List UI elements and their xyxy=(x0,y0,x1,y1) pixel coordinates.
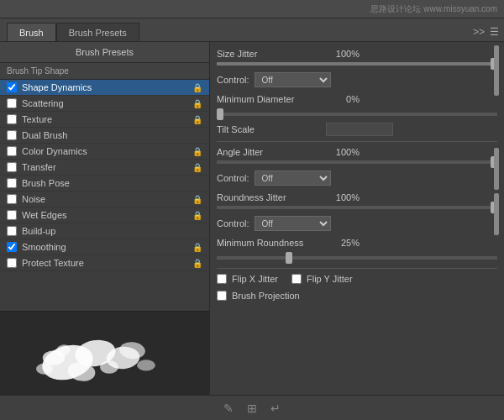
size-jitter-slider[interactable] xyxy=(217,62,497,66)
brush-preview-svg xyxy=(0,312,209,395)
left-panel: Brush Presets Brush Tip Shape Shape Dyna… xyxy=(0,42,210,395)
tab-icons: >> ☰ xyxy=(473,26,504,41)
min-roundness-row: Minimum Roundness 25% xyxy=(217,238,497,248)
brush-item-smoothing[interactable]: Smoothing 🔒 xyxy=(0,239,209,255)
transfer-checkbox[interactable] xyxy=(7,162,17,172)
build-up-label: Build-up xyxy=(22,226,202,236)
scattering-checkbox[interactable] xyxy=(7,98,17,108)
tilt-scale-label: Tilt Scale xyxy=(217,124,326,134)
texture-checkbox[interactable] xyxy=(7,114,17,124)
flip-y-checkbox[interactable] xyxy=(291,274,302,284)
bottom-bar: ✎ ⊞ ↵ xyxy=(0,395,504,420)
flip-x-checkbox[interactable] xyxy=(217,274,227,284)
control-row-2: Control: Off Fade Pen Pressure Pen Tilt … xyxy=(217,169,497,187)
svg-point-6 xyxy=(100,360,118,373)
noise-lock: 🔒 xyxy=(192,195,202,204)
flip-y-row: Flip Y Jitter xyxy=(291,274,353,284)
min-diameter-label: Minimum Diameter xyxy=(217,94,326,104)
wet-edges-lock: 🔒 xyxy=(192,211,202,220)
brush-preview xyxy=(0,311,209,395)
min-diameter-slider[interactable] xyxy=(217,113,497,116)
flip-x-label: Flip X Jitter xyxy=(232,274,278,284)
tab-bar: Brush Brush Presets >> ☰ xyxy=(0,18,504,42)
brush-presets-header: Brush Presets xyxy=(0,42,209,63)
flip-y-label: Flip Y Jitter xyxy=(307,274,353,284)
tab-brush[interactable]: Brush xyxy=(7,23,56,41)
wet-edges-label: Wet Edges xyxy=(22,210,189,220)
tilt-scale-row: Tilt Scale xyxy=(217,123,497,136)
brush-item-protect-texture[interactable]: Protect Texture 🔒 xyxy=(0,255,209,271)
svg-point-10 xyxy=(36,364,53,375)
flip-row: Flip X Jitter Flip Y Jitter xyxy=(217,274,497,287)
divider-1 xyxy=(217,141,497,142)
protect-texture-lock: 🔒 xyxy=(192,259,202,268)
brush-list: Shape Dynamics 🔒 Scattering 🔒 Texture 🔒 … xyxy=(0,80,209,311)
angle-jitter-slider[interactable] xyxy=(217,160,497,164)
scattering-lock: 🔒 xyxy=(192,99,202,108)
watermark: 思路设计论坛 www.missyuan.com xyxy=(370,3,497,15)
brush-item-texture[interactable]: Texture 🔒 xyxy=(0,112,209,128)
brush-item-dual-brush[interactable]: Dual Brush xyxy=(0,128,209,144)
brush-projection-row: Brush Projection xyxy=(217,291,497,301)
shape-dynamics-checkbox[interactable] xyxy=(7,82,17,92)
control-row-1: Control: Off Fade Pen Pressure Pen Tilt … xyxy=(217,71,497,89)
right-panel: Size Jitter 100% Control: Off Fade Pen P… xyxy=(210,42,504,395)
color-dynamics-lock: 🔒 xyxy=(192,147,202,156)
min-diameter-value: 0% xyxy=(326,94,360,104)
brush-pose-checkbox[interactable] xyxy=(7,178,17,188)
min-roundness-slider[interactable] xyxy=(217,256,497,260)
brush-projection-label: Brush Projection xyxy=(232,291,300,301)
shape-dynamics-label: Shape Dynamics xyxy=(22,82,189,92)
top-bar: 思路设计论坛 www.missyuan.com xyxy=(0,0,504,18)
noise-checkbox[interactable] xyxy=(7,194,17,204)
brush-projection-checkbox[interactable] xyxy=(217,291,227,301)
color-dynamics-label: Color Dynamics xyxy=(22,146,189,156)
min-diameter-row: Minimum Diameter 0% xyxy=(217,94,497,104)
roundness-jitter-slider[interactable] xyxy=(217,206,497,209)
control-label-1: Control: xyxy=(217,75,249,85)
control-row-3: Control: Off Fade Pen Pressure Pen Tilt … xyxy=(217,214,497,233)
brush-item-brush-pose[interactable]: Brush Pose xyxy=(0,176,209,192)
wet-edges-checkbox[interactable] xyxy=(7,210,17,220)
scattering-label: Scattering xyxy=(22,98,189,108)
min-roundness-label: Minimum Roundness xyxy=(217,238,326,248)
main-content: Brush Presets Brush Tip Shape Shape Dyna… xyxy=(0,42,504,395)
tab-brush-presets[interactable]: Brush Presets xyxy=(56,23,139,41)
transfer-label: Transfer xyxy=(22,162,189,172)
smoothing-checkbox[interactable] xyxy=(7,242,17,252)
brush-item-shape-dynamics[interactable]: Shape Dynamics 🔒 xyxy=(0,80,209,96)
build-up-checkbox[interactable] xyxy=(7,226,17,236)
dual-brush-label: Dual Brush xyxy=(22,130,202,140)
grid-icon[interactable]: ⊞ xyxy=(247,402,257,415)
flip-x-row: Flip X Jitter xyxy=(217,274,278,284)
brush-tip-shape-section: Brush Tip Shape xyxy=(0,63,209,80)
brush-pose-label: Brush Pose xyxy=(22,178,202,188)
tilt-scale-input xyxy=(326,123,393,136)
return-icon[interactable]: ↵ xyxy=(270,402,281,415)
protect-texture-checkbox[interactable] xyxy=(7,258,17,268)
control-select-3[interactable]: Off Fade Pen Pressure Pen Tilt Stylus Wh… xyxy=(255,216,331,231)
dual-brush-checkbox[interactable] xyxy=(7,130,17,140)
menu-icon[interactable]: ☰ xyxy=(490,26,499,38)
brush-item-noise[interactable]: Noise 🔒 xyxy=(0,192,209,207)
protect-texture-label: Protect Texture xyxy=(22,258,189,268)
brush-item-color-dynamics[interactable]: Color Dynamics 🔒 xyxy=(0,144,209,160)
divider-2 xyxy=(217,268,497,269)
smoothing-label: Smoothing xyxy=(22,242,189,252)
brush-item-transfer[interactable]: Transfer 🔒 xyxy=(0,160,209,176)
control-select-2[interactable]: Off Fade Pen Pressure Pen Tilt Stylus Wh… xyxy=(255,171,331,186)
control-select-1[interactable]: Off Fade Pen Pressure Pen Tilt Stylus Wh… xyxy=(255,72,331,87)
shape-dynamics-lock: 🔒 xyxy=(192,83,202,92)
brush-item-wet-edges[interactable]: Wet Edges 🔒 xyxy=(0,207,209,223)
transfer-lock: 🔒 xyxy=(192,163,202,172)
brush-item-scattering[interactable]: Scattering 🔒 xyxy=(0,96,209,112)
min-roundness-value: 25% xyxy=(326,238,360,248)
forward-icon[interactable]: >> xyxy=(473,26,485,38)
color-dynamics-checkbox[interactable] xyxy=(7,146,17,156)
edit-icon[interactable]: ✎ xyxy=(223,402,234,415)
texture-label: Texture xyxy=(22,114,189,124)
brush-item-build-up[interactable]: Build-up xyxy=(0,223,209,239)
smoothing-lock: 🔒 xyxy=(192,243,202,252)
texture-lock: 🔒 xyxy=(192,115,202,124)
control-label-2: Control: xyxy=(217,173,249,183)
